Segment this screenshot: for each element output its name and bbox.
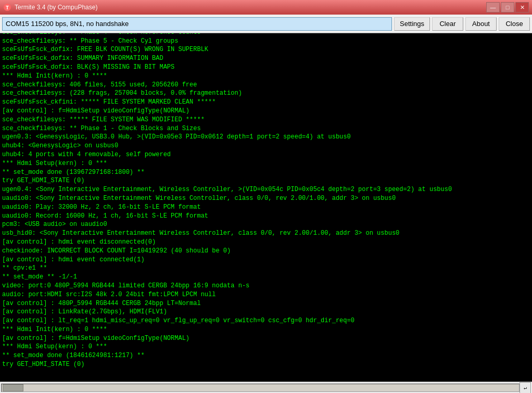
- window-close-button[interactable]: ✕: [515, 2, 529, 12]
- terminal-output[interactable]: sce_checkfilesys: Phase 3 - Check Connec…: [0, 33, 532, 370]
- window-controls: — □ ✕: [486, 2, 529, 12]
- terminal-input[interactable]: [0, 370, 532, 382]
- clear-button[interactable]: Clear: [432, 17, 463, 31]
- svg-text:T: T: [6, 5, 9, 11]
- close-button[interactable]: Close: [499, 17, 530, 31]
- title-bar: T Termite 3.4 (by CompuPhase) — □ ✕: [0, 0, 532, 15]
- input-row: [0, 370, 532, 382]
- termite-icon: T: [3, 3, 11, 11]
- enter-button[interactable]: ↵: [520, 382, 531, 394]
- minimize-button[interactable]: —: [486, 2, 500, 12]
- bottom-bar: ↵: [0, 382, 532, 393]
- maximize-button[interactable]: □: [501, 2, 514, 12]
- window-title: Termite 3.4 (by CompuPhase): [15, 4, 486, 11]
- port-display: COM15 115200 bps, 8N1, no handshake: [2, 17, 392, 31]
- horizontal-scrollbar[interactable]: [1, 384, 520, 392]
- toolbar: COM15 115200 bps, 8N1, no handshake Sett…: [0, 15, 532, 33]
- enter-icon: ↵: [524, 385, 527, 391]
- horizontal-scrollbar-thumb[interactable]: [3, 384, 23, 391]
- about-button[interactable]: About: [465, 17, 497, 31]
- settings-button[interactable]: Settings: [394, 17, 430, 31]
- terminal-wrapper: sce_checkfilesys: Phase 3 - Check Connec…: [0, 33, 532, 370]
